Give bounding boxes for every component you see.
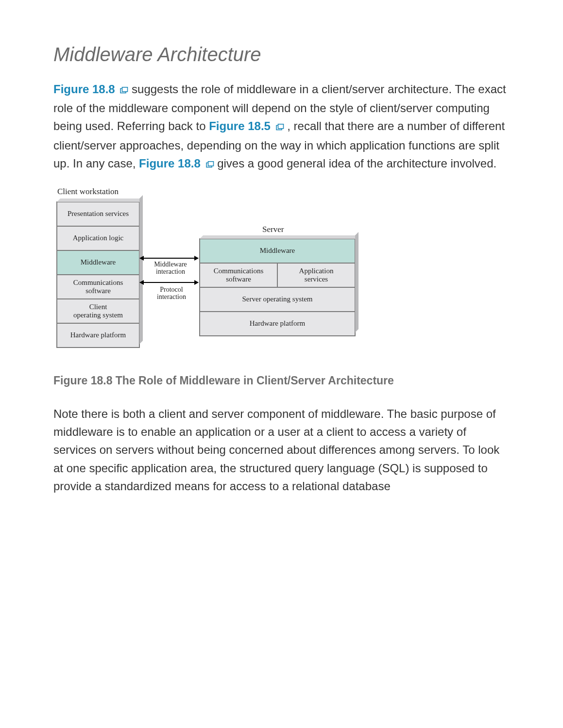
client-application-logic-layer: Application logic [57, 226, 139, 250]
middleware-interaction-label: Middleware interaction [150, 261, 191, 276]
server-label: Server [262, 225, 284, 234]
middleware-architecture-diagram: Client workstation Server Presentation s… [53, 187, 374, 362]
svg-rect-1 [122, 87, 128, 92]
figure-ref-18-5[interactable]: Figure 18.5 [209, 119, 287, 132]
text-fragment: gives a good general idea of the archite… [217, 157, 496, 170]
server-middleware-layer: Middleware [200, 239, 355, 263]
popup-icon [205, 155, 214, 173]
protocol-interaction-arrow [140, 282, 198, 283]
figure-ref-18-8-a[interactable]: Figure 18.8 [53, 83, 132, 96]
body-paragraph: Note there is both a client and server c… [53, 405, 510, 495]
popup-icon [119, 81, 128, 99]
server-communications-layer: Communications software [200, 263, 277, 287]
server-os-layer: Server operating system [200, 287, 355, 312]
figure-ref-18-8-b[interactable]: Figure 18.8 [139, 157, 217, 170]
svg-rect-5 [208, 162, 213, 166]
middleware-interaction-arrow [140, 258, 198, 259]
client-middleware-layer: Middleware [57, 250, 139, 275]
server-stack: Middleware Communications software Appli… [199, 238, 356, 336]
figure-caption: Figure 18.8 The Role of Middleware in Cl… [53, 374, 510, 387]
client-communications-layer: Communications software [57, 275, 139, 299]
figure-ref-label: Figure 18.8 [139, 157, 201, 170]
svg-rect-3 [278, 124, 283, 129]
server-hardware-layer: Hardware platform [200, 312, 355, 336]
section-heading: Middleware Architecture [53, 44, 510, 66]
figure-ref-label: Figure 18.5 [209, 119, 271, 132]
server-application-services-layer: Application services [277, 263, 355, 287]
client-hardware-layer: Hardware platform [57, 323, 139, 347]
popup-icon [275, 118, 284, 136]
figure-ref-label: Figure 18.8 [53, 83, 115, 96]
client-stack: Presentation services Application logic … [56, 201, 140, 348]
client-workstation-label: Client workstation [57, 187, 119, 197]
protocol-interaction-label: Protocol interaction [154, 286, 189, 301]
client-os-layer: Client operating system [57, 299, 139, 323]
client-presentation-layer: Presentation services [57, 202, 139, 226]
intro-paragraph: Figure 18.8 suggests the role of middlew… [53, 80, 510, 173]
